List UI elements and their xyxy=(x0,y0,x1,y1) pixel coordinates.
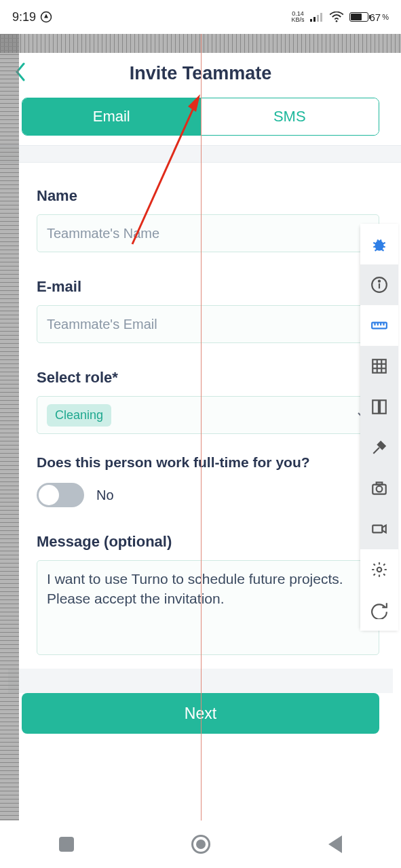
svg-point-19 xyxy=(379,281,380,282)
tab-sms[interactable]: SMS xyxy=(201,98,379,135)
svg-rect-2 xyxy=(313,17,316,22)
svg-line-11 xyxy=(373,246,376,247)
message-textarea[interactable]: I want to use Turno to schedule future p… xyxy=(37,560,379,655)
svg-point-5 xyxy=(335,20,337,22)
eyedropper-icon[interactable] xyxy=(360,427,398,468)
svg-rect-4 xyxy=(320,13,322,22)
svg-marker-7 xyxy=(188,94,200,112)
role-select[interactable]: Cleaning xyxy=(37,396,379,434)
home-button[interactable] xyxy=(191,835,210,854)
android-nav-bar xyxy=(0,821,401,868)
info-icon[interactable] xyxy=(360,264,398,305)
email-label: E-mail xyxy=(37,278,379,296)
svg-point-33 xyxy=(377,486,383,492)
column-icon[interactable] xyxy=(360,387,398,427)
email-input[interactable]: Teammate's Email xyxy=(37,305,379,343)
fulltime-question: Does this person work full-time for you? xyxy=(37,454,379,471)
signal-icon xyxy=(310,12,324,22)
role-chip: Cleaning xyxy=(47,404,111,427)
svg-line-12 xyxy=(382,246,385,247)
svg-point-15 xyxy=(377,239,379,241)
do-not-disturb-icon xyxy=(40,11,52,23)
svg-point-36 xyxy=(377,568,382,572)
back-nav-button[interactable] xyxy=(328,835,342,853)
annotation-arrow xyxy=(126,92,207,254)
recents-button[interactable] xyxy=(59,837,74,852)
ruler-icon[interactable] xyxy=(360,305,398,346)
fulltime-toggle[interactable] xyxy=(37,483,84,507)
video-icon[interactable] xyxy=(360,509,398,549)
role-label: Select role* xyxy=(37,369,379,387)
redo-icon[interactable] xyxy=(360,590,398,631)
debug-toolbar xyxy=(360,224,398,631)
fulltime-value: No xyxy=(96,488,114,503)
svg-line-14 xyxy=(381,250,383,251)
message-label: Message (optional) xyxy=(37,533,379,551)
svg-rect-31 xyxy=(380,400,386,414)
status-bar: 9:19 0.14 KB/s 67% xyxy=(0,0,401,34)
svg-rect-3 xyxy=(317,15,319,22)
wifi-icon xyxy=(329,12,344,22)
name-input[interactable]: Teammate's Name xyxy=(37,214,379,252)
svg-rect-34 xyxy=(377,482,383,484)
settings-icon[interactable] xyxy=(360,549,398,590)
camera-icon[interactable] xyxy=(360,468,398,509)
svg-rect-25 xyxy=(373,359,386,373)
battery-indicator: 67% xyxy=(349,12,389,23)
svg-line-6 xyxy=(132,105,195,244)
bug-icon[interactable] xyxy=(360,224,398,264)
svg-rect-30 xyxy=(373,400,379,414)
network-rate: 0.14 KB/s xyxy=(292,11,305,23)
svg-point-16 xyxy=(380,239,382,241)
svg-rect-35 xyxy=(373,526,382,533)
grid-icon[interactable] xyxy=(360,346,398,387)
status-time: 9:19 xyxy=(12,10,36,24)
svg-rect-1 xyxy=(310,19,312,22)
debug-ruler-vertical xyxy=(0,34,19,821)
svg-line-13 xyxy=(375,250,377,251)
name-label: Name xyxy=(37,187,379,205)
